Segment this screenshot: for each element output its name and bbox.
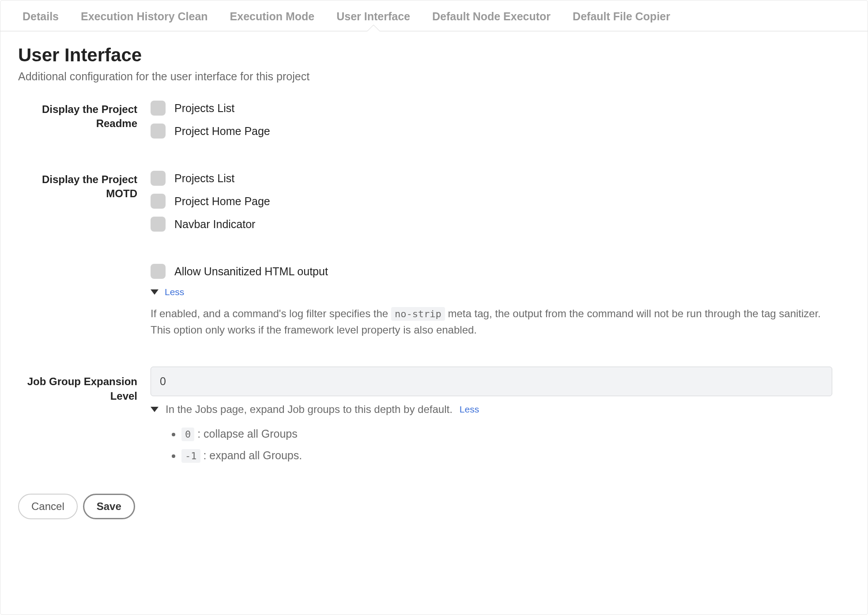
- checkbox-motd-projects-list[interactable]: [151, 171, 166, 186]
- chevron-down-icon[interactable]: [151, 407, 159, 412]
- checkbox-allow-unsanitized-html[interactable]: [151, 264, 166, 279]
- job-group-hint-text: In the Jobs page, expand Job groups to t…: [166, 403, 453, 416]
- checkbox-label: Project Home Page: [174, 125, 270, 138]
- less-toggle-link[interactable]: Less: [460, 404, 479, 415]
- chevron-down-icon[interactable]: [151, 289, 159, 295]
- checkbox-label: Project Home Page: [174, 195, 270, 208]
- code-no-strip: no-strip: [391, 307, 445, 321]
- checkbox-label: Navbar Indicator: [174, 218, 255, 231]
- tabs-bar: Details Execution History Clean Executio…: [0, 0, 868, 31]
- list-item: 0 : collapse all Groups: [181, 424, 832, 443]
- checkbox-motd-navbar-indicator[interactable]: [151, 217, 166, 232]
- unsanitized-help-text: If enabled, and a command's log filter s…: [151, 305, 832, 338]
- tab-default-file-copier[interactable]: Default File Copier: [573, 7, 670, 31]
- motd-label: Display the Project MOTD: [18, 171, 151, 201]
- job-group-expansion-input[interactable]: [151, 367, 832, 396]
- job-group-expansion-label: Job Group Expansion Level: [18, 367, 151, 403]
- less-toggle-link[interactable]: Less: [165, 287, 184, 297]
- page-subtitle: Additional configuration for the user in…: [18, 70, 850, 83]
- checkbox-label: Projects List: [174, 172, 234, 185]
- code-value: -1: [181, 449, 200, 463]
- tab-default-node-executor[interactable]: Default Node Executor: [432, 7, 551, 31]
- checkbox-motd-home-page[interactable]: [151, 194, 166, 209]
- page-title: User Interface: [18, 45, 850, 66]
- checkbox-readme-home-page[interactable]: [151, 124, 166, 139]
- code-value: 0: [181, 428, 194, 441]
- tab-user-interface[interactable]: User Interface: [336, 7, 410, 31]
- checkbox-label: Projects List: [174, 102, 234, 115]
- tab-execution-history-clean[interactable]: Execution History Clean: [81, 7, 208, 31]
- readme-label: Display the Project Readme: [18, 101, 151, 131]
- checkbox-label: Allow Unsanitized HTML output: [174, 265, 328, 278]
- save-button[interactable]: Save: [83, 494, 135, 519]
- tab-details[interactable]: Details: [23, 7, 59, 31]
- tab-execution-mode[interactable]: Execution Mode: [230, 7, 315, 31]
- list-item: -1 : expand all Groups.: [181, 446, 832, 465]
- checkbox-readme-projects-list[interactable]: [151, 101, 166, 116]
- cancel-button[interactable]: Cancel: [18, 494, 78, 519]
- job-group-hint-list: 0 : collapse all Groups -1 : expand all …: [151, 424, 832, 465]
